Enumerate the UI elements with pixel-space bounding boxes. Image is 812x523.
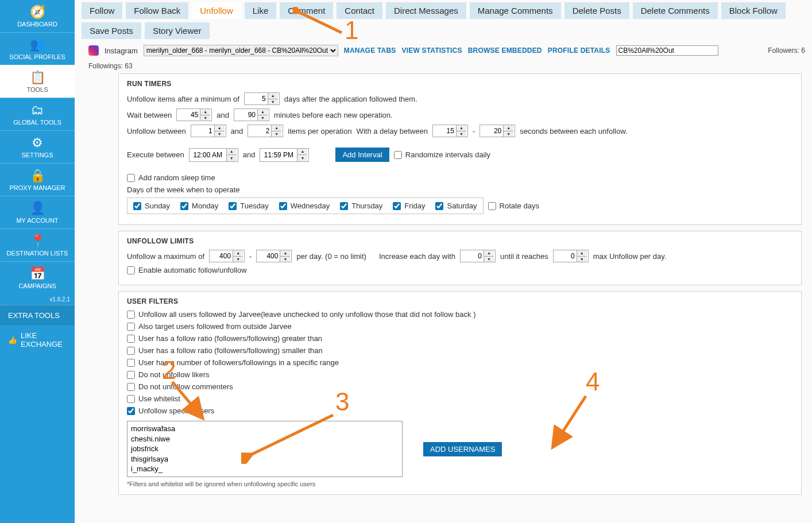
label: max Unfollow per day. xyxy=(593,252,667,261)
day-label: Thursday xyxy=(351,202,382,210)
tab-manage-comments[interactable]: Manage Comments xyxy=(470,2,561,19)
items-max-stepper[interactable]: ▲▼ xyxy=(248,125,283,137)
max-min-stepper[interactable]: ▲▼ xyxy=(209,250,245,262)
sidebar-label: SOCIAL PROFILES xyxy=(2,53,72,60)
reaches-input[interactable] xyxy=(554,250,577,262)
filter-checkbox-2[interactable]: User has a follow ratio (followers/follo… xyxy=(127,334,793,343)
filter-label: Use whitelist xyxy=(138,394,180,403)
wait-min-input[interactable] xyxy=(177,109,200,121)
day-tuesday[interactable]: Tuesday xyxy=(229,202,268,210)
days-label: Days of the week when to operate xyxy=(127,185,793,194)
extra-tools[interactable]: EXTRA TOOLS xyxy=(0,305,75,326)
view-statistics-link[interactable]: VIEW STATISTICS xyxy=(401,47,462,55)
sidebar-label: DESTINATION LISTS xyxy=(2,250,72,257)
day-saturday[interactable]: Saturday xyxy=(435,202,477,210)
day-label: Saturday xyxy=(447,202,477,210)
wait-min-stepper[interactable]: ▲▼ xyxy=(176,109,212,121)
sidebar-item-my-account[interactable]: 👤MY ACCOUNT xyxy=(0,196,75,228)
tab-comment[interactable]: Comment xyxy=(280,2,333,19)
increase-stepper[interactable]: ▲▼ xyxy=(460,250,496,262)
tab-contact[interactable]: Contact xyxy=(337,2,382,19)
tab-save-posts[interactable]: Save Posts xyxy=(82,22,141,39)
sidebar-item-proxy-manager[interactable]: 🔒PROXY MANAGER xyxy=(0,163,75,196)
exec-from-input[interactable] xyxy=(190,149,226,161)
filter-checkbox-0[interactable]: Unfollow all users followed by Jarvee(le… xyxy=(127,310,793,319)
add-sleep-checkbox[interactable]: Add random sleep time xyxy=(127,173,215,182)
sidebar-item-settings[interactable]: ⚙SETTINGS xyxy=(0,130,75,163)
sidebar-item-campaigns[interactable]: 📅CAMPAIGNS xyxy=(0,261,75,294)
day-monday[interactable]: Monday xyxy=(180,202,218,210)
day-sunday[interactable]: Sunday xyxy=(133,202,170,210)
sidebar-icon: 👥 xyxy=(2,38,72,51)
items-min-stepper[interactable]: ▲▼ xyxy=(191,125,226,137)
label: and xyxy=(216,111,229,119)
rotate-days-checkbox[interactable]: Rotate days xyxy=(488,202,539,210)
max-max-input[interactable] xyxy=(257,250,280,262)
like-exchange[interactable]: 👍 LIKE EXCHANGE xyxy=(0,326,75,354)
increase-input[interactable] xyxy=(461,250,484,262)
filter-label: Also target users followed from outside … xyxy=(138,322,292,331)
max-max-stepper[interactable]: ▲▼ xyxy=(256,250,292,262)
tab-story-viewer[interactable]: Story Viewer xyxy=(145,22,210,39)
sidebar-item-dashboard[interactable]: 🧭DASHBOARD xyxy=(0,0,75,32)
day-label: Friday xyxy=(404,202,425,210)
wait-max-stepper[interactable]: ▲▼ xyxy=(234,109,269,121)
tab-delete-comments[interactable]: Delete Comments xyxy=(633,2,718,19)
filter-checkbox-6[interactable]: Do not unfollow commenters xyxy=(127,382,793,391)
manage-tabs-link[interactable]: MANAGE TABS xyxy=(344,47,396,55)
tab-delete-posts[interactable]: Delete Posts xyxy=(564,2,629,19)
run-timers-panel: RUN TIMERS Unfollow items after a minimu… xyxy=(118,73,802,225)
delay-min-stepper[interactable]: ▲▼ xyxy=(432,125,468,137)
exec-to-time[interactable]: ▲▼ xyxy=(260,148,309,162)
filter-label: User has a follow ratio (followers/follo… xyxy=(138,334,322,343)
filter-checkbox-4[interactable]: User has a number of followers/following… xyxy=(127,358,793,367)
tab-follow-back[interactable]: Follow Back xyxy=(126,2,188,19)
items-min-input[interactable] xyxy=(191,125,214,137)
followings-count: Followings: 63 xyxy=(88,62,133,70)
sidebar-item-global-tools[interactable]: 🗂GLOBAL TOOLS xyxy=(0,98,75,130)
filter-checkbox-5[interactable]: Do not unfollow likers xyxy=(127,370,793,379)
day-wednesday[interactable]: Wednesday xyxy=(279,202,330,210)
label: - xyxy=(473,127,475,135)
tab-direct-messages[interactable]: Direct Messages xyxy=(386,2,466,19)
tab-like[interactable]: Like xyxy=(245,2,277,19)
profile-details-link[interactable]: PROFILE DETAILS xyxy=(548,47,610,55)
wait-max-input[interactable] xyxy=(234,109,257,121)
add-usernames-button[interactable]: ADD USERNAMES xyxy=(423,442,502,456)
filter-checkbox-7[interactable]: Use whitelist xyxy=(127,394,793,403)
tab-follow[interactable]: Follow xyxy=(82,2,122,19)
delay-min-input[interactable] xyxy=(433,125,456,137)
filter-label: Unfollow specific users xyxy=(138,406,214,415)
delay-max-input[interactable] xyxy=(480,125,503,137)
randomize-checkbox[interactable]: Randomize intervals daily xyxy=(394,150,490,159)
sidebar-label: TOOLS xyxy=(2,86,72,93)
profile-details-input[interactable] xyxy=(616,45,718,56)
delay-max-stepper[interactable]: ▲▼ xyxy=(480,125,515,137)
label: With a delay between xyxy=(357,127,428,135)
profile-select[interactable]: merilyn_older_668 - merilyn_older_668 - … xyxy=(144,45,338,56)
day-thursday[interactable]: Thursday xyxy=(340,202,382,210)
sidebar-icon: 📅 xyxy=(2,268,72,280)
min-days-stepper[interactable]: ▲▼ xyxy=(244,92,280,105)
tab-unfollow[interactable]: Unfollow xyxy=(192,2,241,19)
exec-to-input[interactable] xyxy=(260,149,297,161)
browse-embedded-link[interactable]: BROWSE EMBEDDED xyxy=(468,47,542,55)
filters-footnote: *Filters and whitelist will be ignored w… xyxy=(127,481,793,487)
sidebar-icon: 🗂 xyxy=(2,104,72,117)
add-interval-button[interactable]: Add Interval xyxy=(335,148,389,162)
auto-follow-checkbox[interactable]: Enable automatic follow/unfollow xyxy=(127,266,247,274)
filter-checkbox-1[interactable]: Also target users followed from outside … xyxy=(127,322,793,331)
sidebar-item-tools[interactable]: 📋TOOLS xyxy=(0,65,75,98)
min-days-input[interactable] xyxy=(245,93,268,104)
sidebar-item-destination-lists[interactable]: 📍DESTINATION LISTS xyxy=(0,228,75,261)
reaches-stepper[interactable]: ▲▼ xyxy=(553,250,589,262)
exec-from-time[interactable]: ▲▼ xyxy=(189,148,238,162)
filter-checkbox-8[interactable]: Unfollow specific users xyxy=(127,406,793,415)
max-min-input[interactable] xyxy=(210,250,233,262)
filter-checkbox-3[interactable]: User has a follow ratio (followers/follo… xyxy=(127,346,793,355)
sidebar-item-social-profiles[interactable]: 👥SOCIAL PROFILES xyxy=(0,32,75,65)
items-max-input[interactable] xyxy=(248,125,271,137)
day-friday[interactable]: Friday xyxy=(393,202,425,210)
usernames-textarea[interactable] xyxy=(127,421,403,477)
tab-block-follow[interactable]: Block Follow xyxy=(721,2,786,19)
